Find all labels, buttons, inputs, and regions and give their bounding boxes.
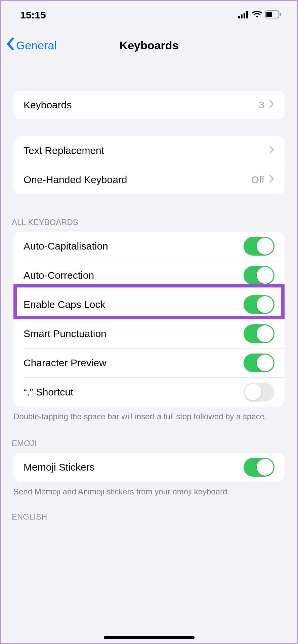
battery-icon: [265, 9, 281, 21]
status-bar: 15:15: [0, 0, 298, 30]
chevron-left-icon: [6, 38, 14, 53]
group-keyboards-list: Keyboards 3: [13, 91, 285, 119]
section-header-emoji: EMOJI: [0, 439, 298, 453]
svg-rect-3: [246, 11, 248, 18]
wifi-icon: [252, 9, 262, 21]
toggle-character-preview[interactable]: [244, 354, 274, 372]
group-text-settings: Text Replacement One-Handed Keyboard Off: [13, 136, 285, 194]
row-label: Keyboards: [24, 99, 259, 111]
row-label: Enable Caps Lock: [24, 299, 244, 310]
nav-header: General Keyboards: [0, 30, 298, 60]
svg-rect-5: [266, 12, 272, 17]
svg-rect-6: [280, 13, 281, 16]
section-header-english: ENGLISH: [0, 512, 298, 526]
row-smart-punctuation: Smart Punctuation: [13, 319, 285, 348]
chevron-right-icon: [269, 174, 274, 185]
row-enable-caps-lock: Enable Caps Lock: [13, 290, 285, 319]
row-label: Auto-Correction: [24, 270, 244, 281]
svg-rect-1: [241, 14, 243, 18]
group-all-keyboards: Auto-Capitalisation Auto-Correction Enab…: [13, 232, 285, 407]
svg-rect-0: [238, 16, 240, 18]
row-auto-capitalisation: Auto-Capitalisation: [13, 232, 285, 261]
section-header-all-keyboards: ALL KEYBOARDS: [0, 218, 298, 232]
row-keyboards[interactable]: Keyboards 3: [13, 91, 285, 119]
row-one-handed-keyboard[interactable]: One-Handed Keyboard Off: [13, 165, 285, 194]
status-time: 15:15: [20, 9, 46, 21]
chevron-right-icon: [269, 99, 274, 111]
row-label: “.” Shortcut: [24, 386, 244, 398]
toggle-enable-caps-lock[interactable]: [244, 295, 274, 314]
toggle-memoji-stickers[interactable]: [244, 458, 274, 477]
row-label: Character Preview: [24, 357, 244, 369]
section-footer-emoji: Send Memoji and Animoji stickers from yo…: [0, 482, 298, 497]
svg-rect-2: [244, 13, 245, 18]
row-value: Off: [251, 174, 264, 185]
toggle-auto-correction[interactable]: [244, 266, 274, 285]
section-footer-all-keyboards: Double-tapping the space bar will insert…: [0, 407, 298, 422]
row-label: One-Handed Keyboard: [24, 174, 251, 185]
row-label: Auto-Capitalisation: [24, 240, 244, 252]
page-title: Keyboards: [120, 39, 179, 52]
cellular-icon: [238, 9, 249, 21]
toggle-period-shortcut[interactable]: [244, 383, 274, 401]
row-character-preview: Character Preview: [13, 348, 285, 377]
row-label: Memoji Stickers: [24, 462, 244, 473]
row-label: Smart Punctuation: [24, 328, 244, 339]
row-auto-correction: Auto-Correction: [13, 261, 285, 290]
row-label: Text Replacement: [24, 145, 269, 156]
chevron-right-icon: [269, 145, 274, 156]
status-right-cluster: [238, 9, 281, 21]
row-value: 3: [259, 99, 264, 111]
group-emoji: Memoji Stickers: [13, 453, 285, 482]
home-indicator[interactable]: [104, 636, 195, 639]
row-memoji-stickers: Memoji Stickers: [13, 453, 285, 482]
back-label: General: [16, 39, 57, 52]
back-button[interactable]: General: [6, 38, 57, 53]
row-text-replacement[interactable]: Text Replacement: [13, 136, 285, 165]
toggle-smart-punctuation[interactable]: [244, 324, 274, 343]
toggle-auto-capitalisation[interactable]: [244, 237, 274, 256]
row-period-shortcut: “.” Shortcut: [13, 378, 285, 407]
